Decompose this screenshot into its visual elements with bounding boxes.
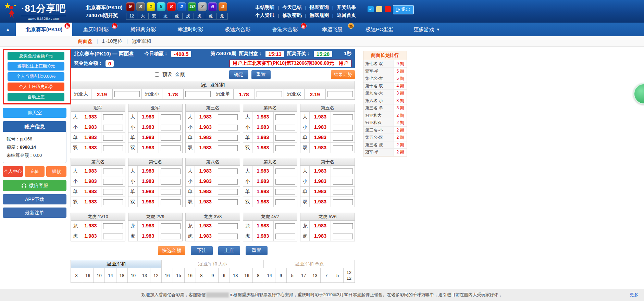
bet-amount-input[interactable] [218,234,238,239]
bet-amount-input[interactable] [218,135,238,141]
bet-amount-input[interactable] [218,223,238,229]
bet-amount-input[interactable] [161,114,181,120]
bet-amount-input[interactable] [218,114,238,120]
bet-amount-input[interactable] [161,168,181,174]
bet-amount-input[interactable] [161,125,181,130]
banker-info-button[interactable]: 个人当期占比:0.00% [8,72,64,81]
chat-room-button[interactable]: 聊天室 [3,108,66,118]
bet-amount-input[interactable] [103,125,123,130]
nav-tab[interactable]: 极速PC蛋蛋 [356,23,403,36]
bet-amount-input[interactable] [333,114,353,120]
bet-amount-input[interactable] [275,135,295,141]
confirm-button[interactable]: 确定 [229,70,248,79]
nav-tab[interactable]: 重庆时时彩新 [72,23,120,36]
bet-amount-input[interactable] [327,91,353,97]
bet-amount-input[interactable] [103,168,123,174]
bet-amount-input[interactable] [275,168,295,174]
bet-amount-input[interactable] [218,189,238,195]
top-menu-link[interactable]: 未结明细 [255,3,274,11]
nav-tab[interactable]: 北京赛车(PK10)新 [16,23,72,36]
logout-button[interactable]: 退出 [393,5,414,14]
account-quick-button[interactable]: 提款 [46,166,66,177]
bet-amount-input[interactable] [333,234,353,239]
bet-amount-input[interactable] [275,189,295,195]
bet-amount-input[interactable] [333,179,353,185]
wechat-support-button[interactable]: 微信客服 [3,180,66,191]
account-quick-button[interactable]: 个人中心 [3,166,23,177]
reset-preset-button[interactable]: 重置 [251,70,271,79]
be-banker-button[interactable]: 上庄 [218,246,240,255]
collapse-arrow-icon[interactable]: ▲ [0,23,16,36]
top-menu-link[interactable]: 报表查询 [310,3,329,11]
nav-tab[interactable]: 幸运飞艇热 [309,23,356,36]
result-trend-button[interactable]: 结果走势 [331,70,355,79]
quick-amount-button[interactable]: 快选金额 [158,246,185,255]
bet-amount-input[interactable] [275,223,295,229]
site-logo[interactable]: ·81分享吧 www.81828x.com [5,2,66,21]
nav-tab[interactable]: 腾讯两分彩 [120,23,167,36]
bet-amount-input[interactable] [333,168,353,174]
banker-info-button[interactable]: 当期投注上庄额:0元 [8,62,64,71]
bet-amount-input[interactable] [161,234,181,239]
bet-amount-input[interactable] [257,91,282,97]
banker-info-button[interactable]: 总奖金池金额:0元 [8,52,64,60]
bet-amount-input[interactable] [333,223,353,229]
bet-amount-input[interactable] [103,179,123,185]
bet-amount-input[interactable] [333,135,353,141]
latest-orders-button[interactable]: 最新注单 [3,208,66,218]
bet-amount-input[interactable] [275,114,295,120]
bet-amount-input[interactable] [103,114,123,120]
breadcrumb-item[interactable]: 两面盘 [78,38,92,45]
preset-checkbox[interactable] [155,72,159,77]
bet-amount-input[interactable] [275,179,295,185]
top-menu-link[interactable]: 个人资讯 [255,11,274,19]
bet-amount-input[interactable] [218,199,238,205]
bet-amount-input[interactable] [103,234,123,239]
banker-info-button[interactable]: 个人上庄历史记录 [8,83,64,91]
float-widget[interactable] [633,83,644,104]
bet-amount-input[interactable] [218,125,238,130]
bet-amount-input[interactable] [103,223,123,229]
bet-amount-input[interactable] [161,179,181,185]
banker-info-button[interactable]: 自动上庄 [8,93,64,101]
red-square-icon[interactable] [385,6,391,12]
bet-amount-input[interactable] [275,234,295,239]
history-results-tab[interactable]: 冠,亚军和 [71,260,162,268]
nav-tab[interactable]: 更多游戏▼ [403,23,450,36]
bet-amount-input[interactable] [161,189,181,195]
top-menu-link[interactable]: 修改密码 [282,11,301,19]
breadcrumb-item[interactable]: 冠亚军和 [132,38,151,45]
bet-amount-input[interactable] [218,179,238,185]
bet-amount-input[interactable] [103,135,123,141]
bet-amount-input[interactable] [161,145,181,151]
history-results-tab[interactable]: 冠,亚军和 单双 [264,260,355,268]
bet-amount-input[interactable] [103,145,123,151]
top-menu-link[interactable]: 开奖结果 [337,3,356,11]
bet-amount-input[interactable] [275,145,295,151]
account-quick-button[interactable]: 充值 [25,166,45,177]
bet-amount-input[interactable] [103,199,123,205]
place-bet-button[interactable]: 下注 [191,246,213,255]
bet-amount-input[interactable] [161,199,181,205]
bet-amount-input[interactable] [333,199,353,205]
nav-tab[interactable]: 幸运时时彩 [167,23,214,36]
bet-amount-input[interactable] [218,168,238,174]
preset-amount-input[interactable] [188,71,226,78]
bet-amount-input[interactable] [185,91,211,97]
nav-tab[interactable]: 香港六合彩新 [261,23,309,36]
bet-amount-input[interactable] [161,223,181,229]
bet-amount-input[interactable] [333,125,353,130]
bet-amount-input[interactable] [218,145,238,151]
yellow-square-icon[interactable] [376,6,382,12]
bet-amount-input[interactable] [333,189,353,195]
top-menu-link[interactable]: 游戏规则 [310,11,329,19]
bet-amount-input[interactable] [161,135,181,141]
bet-amount-input[interactable] [275,199,295,205]
bet-amount-input[interactable] [275,125,295,130]
history-results-tab[interactable]: 冠,亚军和 大小 [162,260,264,268]
app-download-button[interactable]: APP下载 [3,194,66,204]
footer-more-link[interactable]: 更多 [630,292,639,298]
bet-amount-input[interactable] [333,145,353,151]
top-menu-link[interactable]: 今天已结 [282,3,301,11]
bet-amount-input[interactable] [103,189,123,195]
